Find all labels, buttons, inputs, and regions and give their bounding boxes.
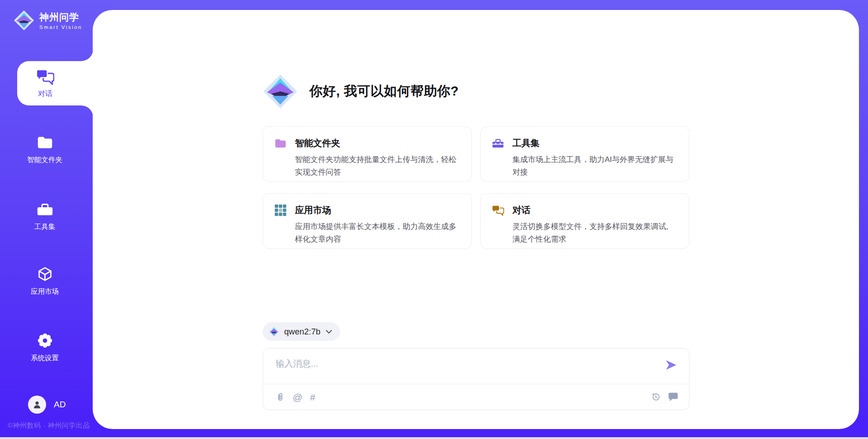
sidebar: 神州问学 Smart Vision 对话 智能文件夹 工具集 应用市场 系统设置…	[0, 0, 93, 439]
card-title: 智能文件夹	[295, 137, 460, 149]
mention-icon[interactable]: @	[293, 392, 302, 402]
topic-icon[interactable]: #	[310, 392, 316, 402]
gear-icon	[37, 332, 53, 349]
user-avatar-icon	[32, 400, 42, 410]
message-composer: @ #	[263, 348, 689, 410]
brand-diamond-icon	[14, 10, 34, 31]
chevron-down-icon	[326, 329, 332, 334]
sidebar-item-toolset[interactable]: 工具集	[0, 201, 90, 232]
history-icon[interactable]	[651, 392, 660, 402]
feature-cards: 智能文件夹 智能文件夹功能支持批量文件上传与清洗，轻松实现文件问答 工具集 集成…	[263, 126, 689, 249]
horizontal-scrollbar[interactable]	[0, 437, 868, 439]
send-icon[interactable]	[665, 359, 677, 371]
model-logo-icon	[269, 326, 279, 337]
toolbox-icon	[37, 201, 53, 218]
sidebar-item-label: 系统设置	[31, 353, 59, 363]
message-input[interactable]	[276, 358, 665, 369]
card-description: 灵活切换多模型文件，支持多样回复效果调试, 满足个性化需求	[513, 220, 677, 246]
assistant-logo-icon	[263, 74, 298, 109]
attachment-icon[interactable]	[275, 392, 285, 402]
greeting: 你好, 我可以如何帮助你?	[263, 74, 689, 109]
folder-icon	[274, 137, 287, 181]
feedback-chat-icon[interactable]	[668, 392, 678, 402]
brand-name: 神州问学	[39, 11, 82, 24]
chat-icon	[492, 204, 504, 248]
brand-subtitle: Smart Vision	[39, 24, 82, 30]
sidebar-item-chat[interactable]: 对话	[17, 61, 93, 105]
card-title: 工具集	[513, 137, 677, 149]
user-account[interactable]: AD	[28, 396, 66, 414]
brand-logo: 神州问学 Smart Vision	[14, 10, 82, 31]
toolbox-icon	[492, 137, 504, 181]
card-description: 集成市场上主流工具，助力AI与外界无缝扩展与对接	[513, 153, 677, 179]
chat-icon	[36, 68, 54, 85]
avatar	[28, 396, 46, 414]
sidebar-item-label: 智能文件夹	[27, 155, 62, 165]
sidebar-item-label: 应用市场	[31, 287, 59, 296]
card-description: 应用市场提供丰富长文本模板，助力高效生成多样化文章内容	[295, 220, 460, 246]
card-title: 对话	[513, 204, 677, 216]
card-title: 应用市场	[295, 204, 460, 216]
card-toolset[interactable]: 工具集 集成市场上主流工具，助力AI与外界无缝扩展与对接	[480, 126, 689, 182]
greeting-text: 你好, 我可以如何帮助你?	[310, 82, 459, 100]
model-selector[interactable]: qwen2:7b	[263, 322, 340, 341]
sidebar-item-settings[interactable]: 系统设置	[0, 332, 90, 363]
model-name: qwen2:7b	[284, 327, 321, 337]
user-name: AD	[54, 400, 66, 410]
card-chat[interactable]: 对话 灵活切换多模型文件，支持多样回复效果调试, 满足个性化需求	[480, 193, 689, 249]
sidebar-item-app-market[interactable]: 应用市场	[0, 266, 90, 296]
sidebar-item-label: 工具集	[34, 222, 56, 232]
card-description: 智能文件夹功能支持批量文件上传与清洗，轻松实现文件问答	[295, 153, 460, 179]
card-smart-folder[interactable]: 智能文件夹 智能文件夹功能支持批量文件上传与清洗，轻松实现文件问答	[263, 126, 472, 182]
card-app-market[interactable]: 应用市场 应用市场提供丰富长文本模板，助力高效生成多样化文章内容	[263, 193, 472, 249]
main-panel: 你好, 我可以如何帮助你? 智能文件夹 智能文件夹功能支持批量文件上传与清洗，轻…	[93, 10, 859, 429]
folder-icon	[37, 134, 53, 151]
copyright-text: ©神州数码 · 神州问学出品	[8, 421, 90, 430]
grid-cube-icon	[274, 204, 287, 248]
cube-icon	[37, 266, 53, 282]
sidebar-item-smart-folder[interactable]: 智能文件夹	[0, 134, 90, 165]
sidebar-item-label: 对话	[38, 89, 52, 99]
